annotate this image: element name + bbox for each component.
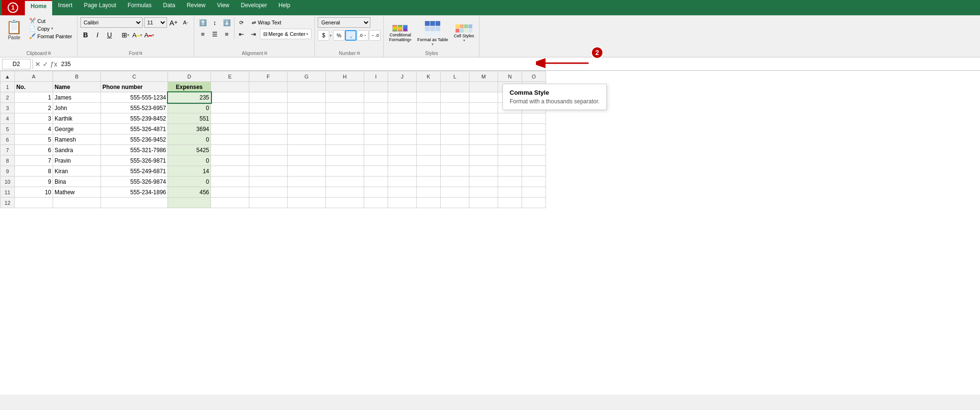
tab-home[interactable]: Home xyxy=(25,0,52,15)
row-header-2[interactable]: 3 xyxy=(0,103,15,113)
cell-styles-button[interactable]: Cell Styles ▾ xyxy=(452,23,476,44)
font-size-select[interactable]: 11 xyxy=(144,17,167,28)
paste-button[interactable]: 📋 Paste xyxy=(3,17,25,42)
row-header-10[interactable]: 11 xyxy=(0,187,15,198)
cell[interactable] xyxy=(469,155,498,166)
copy-button[interactable]: 📄 Copy ▾ xyxy=(27,25,74,32)
col-header-I[interactable]: I xyxy=(364,71,388,82)
col-header-C[interactable]: C xyxy=(101,71,168,82)
cell[interactable] xyxy=(522,113,546,124)
cell[interactable] xyxy=(288,92,326,103)
cell[interactable] xyxy=(522,134,546,145)
cell[interactable]: 5425 xyxy=(168,145,211,155)
cell[interactable]: 555-249-6871 xyxy=(101,166,168,177)
col-header-M[interactable]: M xyxy=(469,71,498,82)
decrease-indent-button[interactable]: ⇤ xyxy=(236,29,247,39)
cell[interactable] xyxy=(288,187,326,198)
cell[interactable] xyxy=(326,92,364,103)
cell[interactable] xyxy=(522,198,546,208)
cell[interactable] xyxy=(211,82,249,92)
cell[interactable]: George xyxy=(53,124,101,134)
col-header-O[interactable]: O xyxy=(522,71,546,82)
cell[interactable] xyxy=(249,124,288,134)
cell[interactable] xyxy=(388,177,417,187)
wrap-text-button[interactable]: ⇌ Wrap Text xyxy=(248,17,285,28)
cell[interactable] xyxy=(101,198,168,208)
cell[interactable] xyxy=(469,82,498,92)
tab-review[interactable]: Review xyxy=(181,0,211,15)
text-angle-button[interactable]: ⟳ xyxy=(236,17,247,28)
cell[interactable]: 2 xyxy=(15,103,53,113)
cell[interactable] xyxy=(469,166,498,177)
cell[interactable] xyxy=(388,187,417,198)
cell[interactable] xyxy=(522,145,546,155)
cell[interactable] xyxy=(211,134,249,145)
align-bottom-button[interactable]: ⬇️ xyxy=(221,17,233,28)
cell-reference-box[interactable] xyxy=(2,59,31,69)
cell[interactable] xyxy=(522,166,546,177)
grow-font-button[interactable]: A+ xyxy=(168,17,179,28)
row-header-1[interactable]: 2 xyxy=(0,92,15,103)
cell[interactable]: 0 xyxy=(168,134,211,145)
cell[interactable] xyxy=(469,124,498,134)
borders-button[interactable]: ⊞▾ xyxy=(120,30,131,40)
cell[interactable] xyxy=(441,166,469,177)
cell[interactable] xyxy=(211,166,249,177)
cell[interactable]: Bina xyxy=(53,177,101,187)
cell[interactable] xyxy=(417,166,441,177)
cell[interactable] xyxy=(498,177,522,187)
cell[interactable] xyxy=(249,145,288,155)
cell[interactable] xyxy=(522,155,546,166)
percent-button[interactable]: % xyxy=(333,30,345,41)
cell[interactable] xyxy=(364,82,388,92)
cell[interactable] xyxy=(498,198,522,208)
col-header-F[interactable]: F xyxy=(249,71,288,82)
cell[interactable] xyxy=(441,155,469,166)
cell[interactable] xyxy=(441,103,469,113)
cell[interactable] xyxy=(53,198,101,208)
row-header-8[interactable]: 9 xyxy=(0,166,15,177)
cut-button[interactable]: ✂️ Cut xyxy=(27,17,74,24)
accounting-button[interactable]: $ xyxy=(318,30,329,41)
cell[interactable] xyxy=(441,177,469,187)
cell[interactable] xyxy=(388,134,417,145)
cell[interactable] xyxy=(249,103,288,113)
cell[interactable] xyxy=(388,155,417,166)
format-painter-button[interactable]: 🖌️ Format Painter xyxy=(27,33,74,40)
cell[interactable] xyxy=(498,134,522,145)
tab-developer[interactable]: Developer xyxy=(235,0,273,15)
cell[interactable] xyxy=(364,166,388,177)
cell[interactable] xyxy=(417,187,441,198)
cell[interactable]: 555-326-4871 xyxy=(101,124,168,134)
cell[interactable]: Expenses xyxy=(168,82,211,92)
row-header-6[interactable]: 7 xyxy=(0,145,15,155)
cell[interactable] xyxy=(417,177,441,187)
cell[interactable] xyxy=(326,124,364,134)
cell[interactable] xyxy=(469,187,498,198)
cell[interactable] xyxy=(288,145,326,155)
cell[interactable] xyxy=(211,103,249,113)
col-header-J[interactable]: J xyxy=(388,71,417,82)
row-header-9[interactable]: 10 xyxy=(0,177,15,187)
row-header-5[interactable]: 6 xyxy=(0,134,15,145)
confirm-formula-button[interactable]: ✓ xyxy=(43,60,48,68)
cell[interactable]: Karthik xyxy=(53,113,101,124)
tab-file[interactable]: 1 xyxy=(2,0,25,15)
cell[interactable] xyxy=(469,145,498,155)
cell[interactable] xyxy=(364,198,388,208)
tab-formulas[interactable]: Formulas xyxy=(122,0,157,15)
cell[interactable] xyxy=(211,198,249,208)
cell[interactable] xyxy=(498,113,522,124)
comma-style-button[interactable]: , xyxy=(345,30,356,41)
cell[interactable] xyxy=(249,166,288,177)
cell[interactable] xyxy=(288,134,326,145)
cell[interactable] xyxy=(498,166,522,177)
align-right-button[interactable]: ≡ xyxy=(221,29,233,39)
cell[interactable] xyxy=(441,92,469,103)
cell[interactable] xyxy=(364,103,388,113)
cell[interactable] xyxy=(441,124,469,134)
cell[interactable] xyxy=(498,155,522,166)
cell[interactable]: Sandra xyxy=(53,145,101,155)
cell[interactable] xyxy=(388,113,417,124)
col-header-D[interactable]: D xyxy=(168,71,211,82)
